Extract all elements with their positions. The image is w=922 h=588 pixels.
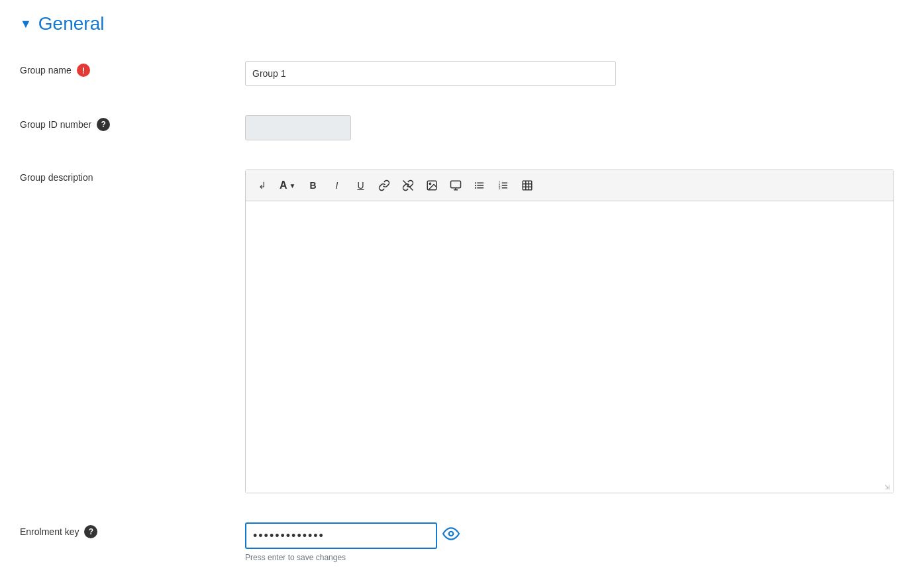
- svg-rect-13: [502, 183, 507, 184]
- group-id-label-wrap: Group ID number ?: [20, 115, 245, 131]
- svg-rect-18: [523, 181, 533, 190]
- chevron-icon[interactable]: ▼: [20, 17, 32, 31]
- svg-rect-9: [478, 185, 484, 186]
- bullet-list-button[interactable]: [468, 174, 491, 197]
- image-icon: [426, 179, 438, 191]
- enrolment-key-control: Press enter to save changes: [245, 522, 902, 562]
- svg-point-8: [475, 185, 476, 186]
- group-name-label-wrap: Group name !: [20, 61, 245, 77]
- ordered-list-icon: 1. 2. 3.: [497, 179, 509, 191]
- underline-button[interactable]: U: [349, 174, 372, 197]
- group-description-label-wrap: Group description: [20, 170, 245, 183]
- group-name-label: Group name: [20, 65, 72, 75]
- group-name-input[interactable]: [245, 61, 616, 86]
- rich-text-editor: ↲ A ▼ B I U: [245, 170, 894, 493]
- svg-rect-15: [502, 185, 507, 186]
- enrolment-key-row: Enrolment key ? Press enter to save chan…: [20, 516, 902, 569]
- enrolment-key-help-icon[interactable]: ?: [84, 525, 97, 538]
- link-button[interactable]: [373, 174, 395, 197]
- unlink-button[interactable]: [397, 174, 419, 197]
- enrolment-key-label: Enrolment key: [20, 526, 79, 537]
- svg-text:3.: 3.: [499, 186, 501, 190]
- group-name-control: [245, 61, 902, 86]
- editor-resize-handle[interactable]: ⇲: [884, 483, 892, 491]
- section-title: General: [38, 13, 105, 34]
- group-id-label: Group ID number: [20, 119, 91, 130]
- link-icon: [378, 179, 390, 191]
- group-id-input[interactable]: [245, 115, 351, 140]
- enrolment-key-hint: Press enter to save changes: [245, 553, 902, 562]
- editor-content-area[interactable]: ⇲: [246, 201, 894, 493]
- enrolment-key-wrap: [245, 522, 902, 549]
- svg-rect-7: [478, 183, 484, 184]
- enrolment-key-label-wrap: Enrolment key ?: [20, 522, 245, 538]
- svg-point-23: [449, 532, 454, 536]
- group-description-control: ↲ A ▼ B I U: [245, 170, 902, 493]
- font-button[interactable]: A ▼: [275, 174, 300, 197]
- required-icon: !: [77, 64, 90, 77]
- group-id-help-icon[interactable]: ?: [97, 118, 110, 131]
- group-id-row: Group ID number ?: [20, 109, 902, 147]
- section-header: ▼ General: [20, 13, 902, 34]
- ordered-list-button[interactable]: 1. 2. 3.: [492, 174, 515, 197]
- unlink-icon: [402, 179, 414, 191]
- svg-point-6: [475, 182, 476, 183]
- font-dropdown-arrow: ▼: [289, 182, 296, 189]
- group-description-row: Group description ↲ A ▼ B I U: [20, 163, 902, 500]
- image-button[interactable]: [421, 174, 443, 197]
- svg-rect-17: [502, 187, 507, 189]
- media-icon: [450, 179, 462, 191]
- show-password-icon[interactable]: [442, 525, 460, 546]
- table-icon: [521, 179, 533, 191]
- group-description-label: Group description: [20, 172, 93, 183]
- undo-button[interactable]: ↲: [251, 174, 274, 197]
- group-name-row: Group name !: [20, 54, 902, 93]
- svg-rect-11: [478, 187, 484, 189]
- group-id-control: [245, 115, 902, 140]
- media-button[interactable]: [444, 174, 467, 197]
- table-button[interactable]: [516, 174, 538, 197]
- bullet-list-icon: [474, 179, 486, 191]
- bold-button[interactable]: B: [301, 174, 324, 197]
- italic-button[interactable]: I: [325, 174, 348, 197]
- font-icon: A: [280, 179, 287, 191]
- editor-toolbar: ↲ A ▼ B I U: [246, 170, 894, 201]
- svg-point-10: [475, 187, 476, 189]
- svg-point-2: [430, 183, 431, 184]
- enrolment-key-input[interactable]: [245, 522, 437, 549]
- svg-rect-3: [451, 181, 461, 188]
